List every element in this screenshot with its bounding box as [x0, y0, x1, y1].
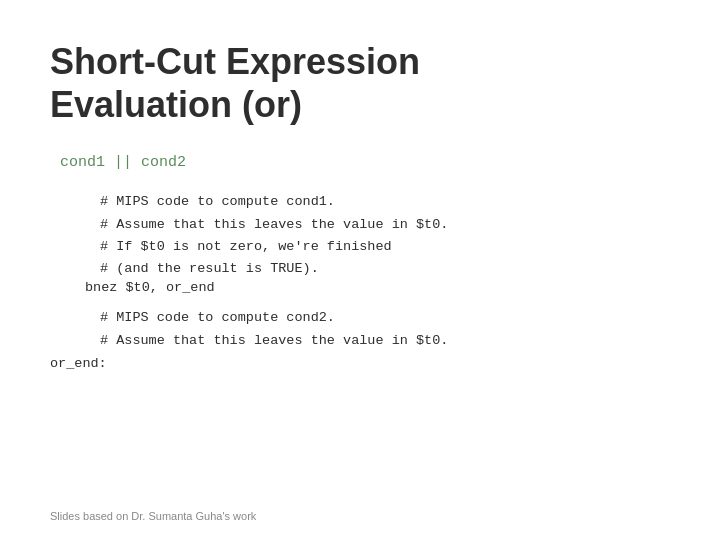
footer-text: Slides based on Dr. Sumanta Guha's work [50, 510, 256, 522]
slide-title: Short-Cut Expression Evaluation (or) [50, 40, 670, 126]
title-line2: Evaluation (or) [50, 83, 670, 126]
slide-container: Short-Cut Expression Evaluation (or) con… [0, 0, 720, 540]
code-line-4: # (and the result is TRUE). [100, 258, 670, 280]
title-line1: Short-Cut Expression [50, 40, 670, 83]
code-line-6: # Assume that this leaves the value in $… [100, 330, 670, 352]
code-line-1: # MIPS code to compute cond1. [100, 191, 670, 213]
bnez-line: bnez $t0, or_end [50, 280, 670, 295]
code-block: # MIPS code to compute cond1. # Assume t… [50, 191, 670, 280]
code-line-3: # If $t0 is not zero, we're finished [100, 236, 670, 258]
spacer [50, 295, 670, 307]
or-end-label: or_end: [50, 356, 670, 371]
code-block-2: # MIPS code to compute cond2. # Assume t… [50, 307, 670, 352]
expression-label: cond1 || cond2 [50, 154, 670, 171]
code-line-2: # Assume that this leaves the value in $… [100, 214, 670, 236]
code-line-5: # MIPS code to compute cond2. [100, 307, 670, 329]
